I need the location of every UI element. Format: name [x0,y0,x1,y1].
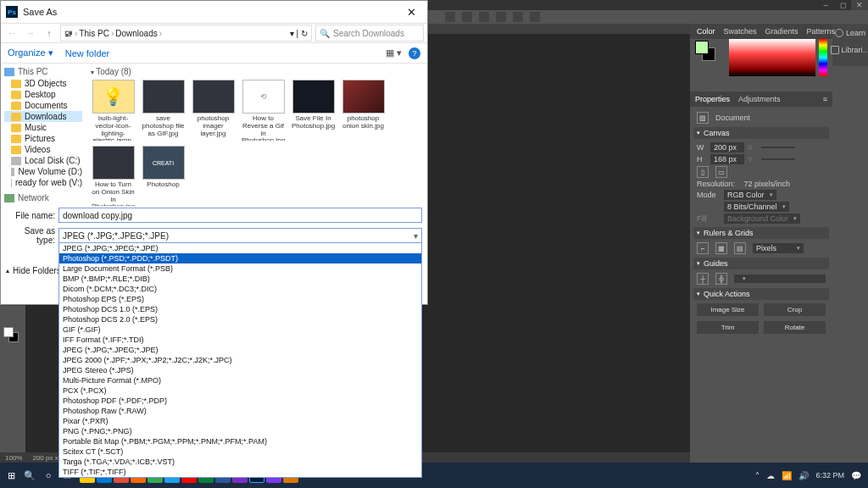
tab-color[interactable]: Color [697,27,715,36]
filetype-option[interactable]: JPEG Stereo (*.JPS) [59,365,421,375]
tab-adjustments[interactable]: Adjustments [738,95,781,103]
filetype-option[interactable]: PCX (*.PCX) [59,385,421,396]
fg-bg-swatches[interactable] [3,327,20,344]
filetype-option[interactable]: Targa (*.TGA;*.VDA;*.ICB;*.VST) [59,457,421,467]
color-mode-dropdown[interactable]: RGB Color [724,190,776,200]
hue-slider[interactable] [819,39,827,76]
tree-network[interactable]: Network [4,193,82,202]
height-field[interactable]: 168 px [710,154,744,164]
grid-icon[interactable]: ▦ [715,242,727,254]
file-item[interactable]: save photoshop file as GIF.jpg [141,80,186,141]
dialog-close-button[interactable]: ✕ [400,6,422,19]
guides-icon[interactable]: ╬ [715,273,727,285]
file-item[interactable]: Save File In Photoshop.jpg [291,80,336,141]
file-item[interactable]: 💡bulb-light-vector-icon-lighting-electri… [91,80,136,141]
nav-up-button[interactable]: ↑ [42,25,57,41]
filetype-option[interactable]: PNG (*.PNG;*.PNG) [59,426,421,436]
guides-icon[interactable]: ┼ [697,273,709,285]
nav-back-button[interactable]: ← [4,25,19,41]
filetype-option[interactable]: Dicom (*.DCM;*.DC3;*.DIC) [59,284,421,294]
tree-item[interactable]: ready for web (V:) [4,177,82,188]
filetype-option[interactable]: JPEG (*.JPG;*.JPEG;*.JPE) [59,243,421,253]
filetype-option[interactable]: Photoshop PDF (*.PDF;*.PDP) [59,396,421,406]
tree-item-downloads[interactable]: Downloads [4,111,82,122]
color-fg-bg[interactable] [695,39,721,83]
libraries-panel-button[interactable]: Librari… [831,46,869,54]
section-quick-actions[interactable]: Quick Actions [693,288,829,300]
ruler-unit-dropdown[interactable]: Pixels [753,243,804,253]
filetype-option[interactable]: Pixar (*.PXR) [59,416,421,426]
tree-item[interactable]: Documents [4,100,82,111]
filetype-option[interactable]: Portable Bit Map (*.PBM;*.PGM;*.PPM;*.PN… [59,436,421,446]
nav-forward-button[interactable]: → [23,25,38,41]
menu-icon[interactable] [530,12,540,22]
filetype-option[interactable]: JPEG (*.JPG;*.JPEG;*.JPE) [59,345,421,355]
file-item[interactable]: photoshop imager layer.jpg [191,80,236,141]
menu-icon[interactable] [445,12,455,22]
filetype-option[interactable]: Multi-Picture Format (*.MPO) [59,375,421,385]
qa-rotate[interactable]: Rotate [764,321,826,334]
dialog-titlebar[interactable]: Ps Save As ✕ [1,1,427,23]
filetype-option[interactable]: Photoshop EPS (*.EPS) [59,294,421,304]
tree-item[interactable]: Pictures [4,133,82,144]
maximize-button[interactable]: ◻ [834,0,851,10]
file-item[interactable]: ⟲How to Reverse a Gif in Photoshop.jpg [241,80,286,141]
ruler-icon[interactable]: ⌐ [697,242,709,254]
menu-icon[interactable] [479,12,489,22]
menu-icon[interactable] [462,12,472,22]
tree-item[interactable]: New Volume (D:) [4,166,82,177]
file-item[interactable]: CREATIPhotoshop [141,146,186,206]
section-guides[interactable]: Guides [693,258,829,269]
tree-item[interactable]: 3D Objects [4,78,82,89]
zoom-level[interactable]: 100% [5,454,22,462]
file-item[interactable]: photoshop onion skin.jpg [341,80,386,141]
landscape-icon[interactable]: ▭ [715,166,727,178]
filetype-option[interactable]: BMP (*.BMP;*.RLE;*.DIB) [59,274,421,284]
tree-item[interactable]: Music [4,122,82,133]
filetype-option[interactable]: Scitex CT (*.SCT) [59,446,421,457]
tray-volume-icon[interactable]: 🔊 [798,471,809,480]
width-field[interactable]: 200 px [710,142,744,152]
filetype-option[interactable]: IFF Format (*.IFF;*.TDI) [59,335,421,345]
learn-panel-button[interactable]: Learn [835,29,865,37]
tree-item[interactable]: Desktop [4,89,82,100]
search-input[interactable]: 🔍 Search Downloads [315,25,424,42]
minimize-button[interactable]: – [817,0,834,10]
qa-image-size[interactable]: Image Size [697,303,759,316]
tray-chevron-icon[interactable]: ˄ [755,471,760,480]
menu-icon[interactable] [496,12,506,22]
filetype-option[interactable]: Photoshop Raw (*.RAW) [59,406,421,416]
filename-input[interactable]: download copy.jpg [58,208,422,223]
tray-notifications-icon[interactable]: 💬 [851,471,861,480]
grid2-icon[interactable]: ▤ [734,242,746,254]
filetype-option[interactable]: TIFF (*.TIF;*.TIFF) [59,467,421,477]
filetype-option[interactable]: Photoshop DCS 1.0 (*.EPS) [59,304,421,314]
cortana-button[interactable]: ○ [41,468,56,483]
organize-button[interactable]: Organize ▾ [8,47,53,58]
filetype-list[interactable]: JPEG (*.JPG;*.JPEG;*.JPE)Photoshop (*.PS… [58,243,422,478]
tab-gradients[interactable]: Gradients [765,27,798,36]
tree-this-pc[interactable]: This PC [4,67,82,76]
hide-folders-button[interactable]: Hide Folders [6,266,61,275]
search-button[interactable]: 🔍 [22,468,37,483]
bit-depth-dropdown[interactable]: 8 Bits/Channel [724,202,789,212]
color-field[interactable] [729,39,815,76]
start-button[interactable]: ⊞ [3,468,19,483]
orientation-buttons[interactable]: ▯ ▭ [697,166,826,178]
view-button[interactable]: ▦ ▾ [386,47,402,58]
fg-color-swatch[interactable] [695,41,709,54]
system-tray[interactable]: ˄ ☁ 📶 🔊 6:32 PM 💬 [755,471,865,480]
tray-clock[interactable]: 6:32 PM [815,471,844,480]
tree-item[interactable]: Local Disk (C:) [4,155,82,166]
portrait-icon[interactable]: ▯ [697,166,709,178]
tab-properties[interactable]: Properties [695,95,730,103]
tray-wifi-icon[interactable]: 📶 [782,471,792,480]
help-button[interactable]: ? [409,47,420,59]
filetype-option[interactable]: Photoshop DCS 2.0 (*.EPS) [59,314,421,324]
group-today[interactable]: Today (8) [91,67,422,76]
filetype-dropdown[interactable]: JPEG (*.JPG;*.JPEG;*.JPE) [58,228,422,243]
filetype-option[interactable]: GIF (*.GIF) [59,324,421,335]
new-folder-button[interactable]: New folder [65,48,110,58]
file-list[interactable]: Today (8) 💡bulb-light-vector-icon-lighti… [86,64,427,206]
qa-trim[interactable]: Trim [697,321,759,334]
